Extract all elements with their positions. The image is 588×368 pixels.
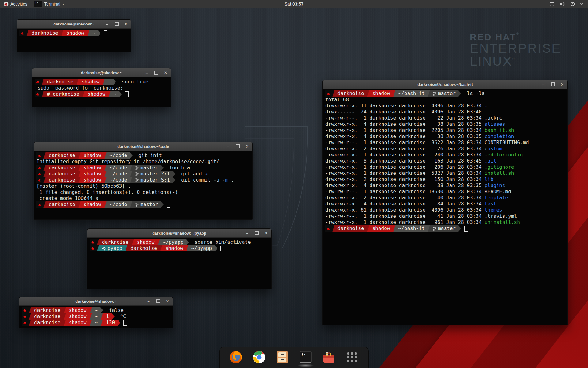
prompt-line: darknoiseshadow~/bash-itmaster [325,225,565,232]
clock[interactable]: Sat 03:57 [285,2,303,6]
prompt-segment: ~ [111,91,119,97]
terminal-content[interactable]: darknoiseshadow~ sudo true[sudo] passwor… [32,77,171,97]
terminal-window-home-1[interactable]: darknoise@shadow:~ –✕ darknoiseshadow~ [17,19,131,52]
segment-separator [43,171,46,177]
ls-row: drwxrwxr-x. 61 darknoise darknoise 4096 … [325,207,565,213]
close-button[interactable]: ✕ [264,231,268,235]
segment-separator [41,91,44,97]
close-button[interactable]: ✕ [560,82,564,86]
segment-separator [393,225,396,232]
segment-separator [428,225,430,232]
app-menu-terminal[interactable]: $> Terminal ▾ [31,0,67,8]
terminal-content[interactable]: darknoiseshadow~ falsedarknoiseshadow~1 … [19,306,173,326]
terminal-cursor [123,320,127,326]
prompt-segment: shadow [66,313,89,320]
segment-arrow [173,177,175,183]
maximize-button[interactable] [114,22,119,26]
redhat-prompt-icon [37,178,42,182]
prompt-segment: darknoise [31,313,63,320]
git-branch-icon [135,202,139,207]
system-menu-chevron-icon[interactable] [580,3,584,5]
prompt-segment: ~/pyapp [160,239,186,245]
ls-row: drwxrwxr-x. 4 darknoise darknoise 84 Jan… [325,201,565,207]
dock-files-icon[interactable] [275,350,289,364]
window-title: darknoise@shadow:~/pyapp [152,231,206,236]
prompt-segment: # darknoise [44,91,82,97]
segment-separator [104,177,107,183]
file-name: install.sh [484,170,514,176]
terminal-window-bash-it[interactable]: darknoise@shadow:~/bash-it –✕ darknoises… [322,80,568,325]
prompt-segment: darknoise [46,152,78,159]
redhat-prompt-icon [20,31,24,35]
terminal-content[interactable]: darknoiseshadow~ [17,29,131,36]
file-name: bash_it.sh [484,127,514,133]
maximize-button[interactable] [254,231,259,235]
file-name: completion [484,133,514,139]
terminal-cursor [167,202,170,208]
dock-terminal-icon[interactable]: $> [299,350,313,364]
dock-toolbox-icon[interactable] [322,350,336,364]
segment-arrow [98,30,101,36]
terminal-window-pyapp[interactable]: darknoise@shadow:~/pyapp –✕ darknoisesha… [87,228,272,289]
dock-show-apps-icon[interactable] [345,350,359,364]
minimize-button[interactable]: – [105,22,109,26]
prompt-segment: darknoise [31,320,63,326]
terminal-content[interactable]: darknoiseshadow~/code git initInitialize… [34,151,252,208]
redhat-prompt-icon [36,92,40,96]
redhat-prompt-icon [36,80,40,84]
ls-row: drwxrwxr-x. 2 darknoise darknoise 40 Jan… [325,195,565,201]
screen-icon[interactable] [549,2,555,6]
dock-firefox-icon[interactable] [229,350,243,364]
window-title: darknoise@shadow:~ [81,71,122,75]
segment-separator [160,245,163,251]
ls-row: -rwxrwxr-x. 1 darknoise darknoise 961 Ja… [325,219,565,225]
maximize-button[interactable] [154,71,158,75]
maximize-button[interactable] [156,299,160,303]
file-name: README.md [484,189,511,194]
dock-chrome-icon[interactable] [252,350,266,364]
segment-separator [89,313,92,320]
segment-separator [130,177,133,183]
dock: $> [219,347,369,368]
minimize-button[interactable]: – [145,71,149,75]
window-title: darknoise@shadow:~/code [117,144,169,149]
close-button[interactable]: ✕ [245,144,249,148]
titlebar[interactable]: darknoise@shadow:~/code –✕ [34,142,252,151]
maximize-button[interactable] [236,144,240,148]
close-button[interactable]: ✕ [165,299,170,303]
close-button[interactable]: ✕ [124,22,128,26]
prompt-line: darknoiseshadow~/codemaster ?:1 git add … [36,171,250,177]
segment-separator [78,165,81,171]
segment-separator [41,79,44,85]
power-icon[interactable] [570,2,575,6]
segment-arrow [119,91,122,97]
prompt-line: darknoiseshadow~/codemaster touch a [36,165,250,171]
segment-arrow [100,307,103,313]
activities-button[interactable]: Activities [0,0,31,8]
prompt-segment: ~ [90,30,98,36]
terminal-window-code[interactable]: darknoise@shadow:~/code –✕ darknoiseshad… [34,142,253,220]
titlebar[interactable]: darknoise@shadow:~ –✕ [32,68,171,77]
titlebar[interactable]: darknoise@shadow:~/pyapp –✕ [87,229,271,238]
minimize-button[interactable]: – [146,299,151,303]
terminal-content[interactable]: darknoiseshadow~/bash-itmaster ls -latot… [323,89,567,232]
terminal-content[interactable]: darknoiseshadow~/pyapp source bin/activa… [87,238,271,251]
terminal-app-icon: $> [34,1,42,7]
terminal-window-sudo[interactable]: darknoise@shadow:~ –✕ darknoiseshadow~ s… [32,68,171,107]
terminal-window-exitcodes[interactable]: darknoise@shadow:~ –✕ darknoiseshadow~ f… [19,297,173,328]
maximize-button[interactable] [551,82,555,86]
prompt-segment: master [430,225,458,232]
volume-icon[interactable] [560,2,565,6]
titlebar[interactable]: darknoise@shadow:~/bash-it –✕ [323,80,567,89]
minimize-button[interactable]: – [226,144,230,148]
prompt-segment [325,90,332,97]
close-button[interactable]: ✕ [164,71,168,75]
titlebar[interactable]: darknoise@shadow:~ –✕ [17,20,131,29]
prompt-segment [36,152,43,159]
segment-separator [63,320,66,326]
minimize-button[interactable]: – [541,82,545,86]
prompt-segment: ~ [92,307,101,313]
minimize-button[interactable]: – [245,231,249,235]
segment-separator [332,90,335,97]
titlebar[interactable]: darknoise@shadow:~ –✕ [19,297,173,306]
